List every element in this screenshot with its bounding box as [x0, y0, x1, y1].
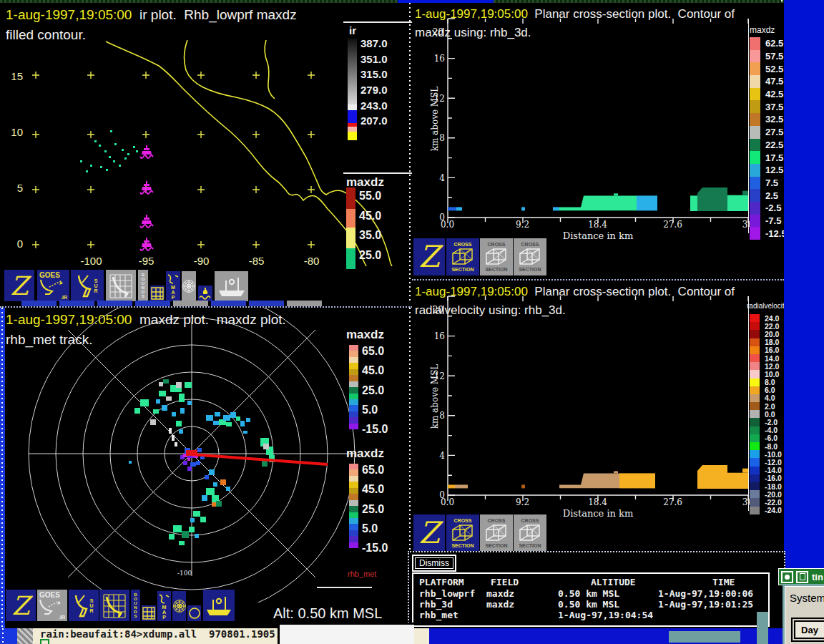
- radar-dish-icon: [77, 272, 94, 299]
- polar-grid-button[interactable]: [172, 591, 186, 621]
- terminal-border: [0, 628, 17, 644]
- y-axis-label: km above MSL: [430, 72, 440, 165]
- bounds-button[interactable]: BOUNDS: [131, 590, 140, 621]
- zebra-button[interactable]: Z: [6, 590, 36, 621]
- hidden-window-tab[interactable]: [287, 301, 322, 306]
- zebra-z-icon: Z: [6, 271, 33, 300]
- radar-colorbar1: [349, 345, 358, 429]
- circle-button[interactable]: [187, 605, 201, 621]
- colorbar-left-border: [748, 296, 749, 511]
- panel-right-border: [409, 3, 411, 302]
- cross-section-button-active[interactable]: CROSSSECTION: [446, 514, 479, 552]
- grid-radar-button[interactable]: [106, 270, 136, 301]
- sur-radar-button[interactable]: SUR: [71, 270, 104, 301]
- zebra-button[interactable]: Z: [413, 514, 445, 552]
- panel-xsec-maxdz: 1-aug-1997,19:05:00 Planar cross-section…: [412, 3, 784, 278]
- ship-button[interactable]: [215, 271, 248, 301]
- satellite-echoes: [80, 130, 138, 172]
- day-button[interactable]: Day: [794, 620, 824, 639]
- rhb-met-track-line: [192, 454, 328, 464]
- buoy-button[interactable]: [198, 286, 212, 301]
- scale-line: [317, 587, 372, 588]
- taskbar-segment: [757, 612, 768, 630]
- buoy-icon: [198, 286, 212, 301]
- system-window: System Day: [783, 584, 824, 644]
- taskbar-segment[interactable]: [757, 628, 768, 644]
- map-button[interactable]: MAP: [166, 271, 180, 301]
- xtick-labels: 0.09.218.427.636: [412, 497, 784, 507]
- goes-ir-button[interactable]: GOES .IR: [37, 270, 69, 301]
- goes-ir-button[interactable]: GOES .IR: [37, 590, 67, 621]
- app-root: 1-aug-1997,19:05:00 ir plot. Rhb_lowprf …: [0, 0, 824, 644]
- radar-echoes: [129, 379, 275, 545]
- cross-section-button[interactable]: CROSSSECTION: [514, 514, 546, 552]
- svg-text:Z: Z: [10, 271, 31, 300]
- lat-labels: 151050: [6, 70, 23, 293]
- hidden-window-tab[interactable]: [135, 301, 170, 306]
- xsec-toolbar: Z CROSSSECTION CROSSSECTION CROSSSECTION: [413, 238, 556, 275]
- hidden-window-tab[interactable]: [59, 301, 94, 306]
- window-menu-icon[interactable]: [781, 571, 793, 583]
- hidden-window-tab[interactable]: [211, 301, 246, 306]
- colorbar-divider2: [343, 172, 412, 174]
- altitude-readout: Alt: 0.50 km MSL: [273, 605, 382, 622]
- ytick-20: 20: [428, 305, 443, 315]
- panel-title: 1-aug-1997,19:05:00 ir plot. Rhb_lowprf …: [6, 7, 297, 23]
- zebra-z-icon: Z: [415, 240, 443, 274]
- small-grid-button[interactable]: [142, 605, 156, 621]
- satellite-dish-icon: [39, 599, 66, 615]
- terminal-cursor: [40, 639, 49, 644]
- zebra-button[interactable]: Z: [4, 270, 34, 301]
- tin-titlebar[interactable]: tin: [778, 568, 824, 585]
- cross-section-button-active[interactable]: CROSSSECTION: [446, 238, 479, 275]
- satellite-dish-icon: [39, 279, 68, 295]
- info-table: PLATFORMFIELDALTITUDETIME rhb_lowprfmaxd…: [412, 572, 770, 627]
- small-grid-button[interactable]: [150, 286, 165, 301]
- svg-text:Z: Z: [418, 516, 443, 550]
- table-row: rhb_lowprfmaxdz0.50 km MSL1-Aug-97,19:00…: [419, 588, 780, 599]
- radar-colorbar2: [349, 464, 358, 548]
- radar-colorbar2-label: maxdz: [346, 447, 384, 461]
- cross-section-button[interactable]: CROSSSECTION: [480, 514, 513, 552]
- background-window-edge: [278, 623, 414, 644]
- hidden-window-tab[interactable]: [173, 301, 208, 306]
- window-doc-icon[interactable]: [796, 571, 808, 583]
- dismiss-button[interactable]: Dismiss: [412, 555, 456, 572]
- circle-icon: [188, 607, 201, 620]
- zebra-button[interactable]: Z: [413, 238, 445, 275]
- colorbar-label: maxdz: [750, 25, 775, 35]
- cube-icon: [518, 523, 542, 543]
- right-blue-bar: [784, 0, 824, 644]
- panel-ir-map: 1-aug-1997,19:05:00 ir plot. Rhb_lowprf …: [0, 3, 412, 302]
- panel-info: Dismiss PLATFORMFIELDALTITUDETIME rhb_lo…: [408, 551, 785, 631]
- terminal-scrollbar[interactable]: [17, 628, 33, 644]
- panel-radar: 1-aug-1997,19:05:00 maxdz plot. maxdz pl…: [0, 306, 412, 631]
- range-scale-label: -100: [177, 570, 192, 577]
- hidden-window-tab[interactable]: [97, 301, 132, 306]
- bottom-taskbar: [429, 628, 824, 644]
- hidden-window-tab[interactable]: [21, 301, 57, 306]
- maxdz-contour-blobs: [448, 187, 748, 211]
- zebra-z-icon: Z: [7, 591, 34, 620]
- grid-radar-button[interactable]: [99, 590, 129, 621]
- cube-icon: [518, 247, 542, 267]
- table-row: rhb_met1-Aug-97,19:04:54: [419, 610, 780, 620]
- taskbar-segment[interactable]: [669, 631, 740, 643]
- maxdz-colorbar: [346, 187, 355, 269]
- panel-title-line2: filled contour.: [6, 27, 86, 43]
- ir-colorbar-label: ir: [349, 24, 356, 36]
- system-window-label: System: [790, 592, 824, 604]
- sur-radar-button[interactable]: SUR: [69, 590, 99, 621]
- colorbar-divider: [343, 21, 412, 23]
- radar-colorbar1-values: 65.045.025.05.0-15.0: [362, 345, 388, 442]
- polar-grid-button[interactable]: [182, 271, 196, 301]
- ship-button[interactable]: [203, 590, 235, 621]
- hidden-window-tab[interactable]: [249, 301, 284, 306]
- panel-title: 1-aug-1997,19:05:00 maxdz plot. maxdz pl…: [6, 312, 286, 328]
- cross-section-button[interactable]: CROSSSECTION: [480, 238, 513, 275]
- colorbar-label: radialvelocity: [747, 302, 784, 310]
- map-button[interactable]: MAP: [157, 591, 171, 621]
- bounds-button[interactable]: BOUNDS: [138, 270, 148, 301]
- cross-section-button[interactable]: CROSSSECTION: [514, 238, 546, 275]
- zebra-z-icon: Z: [415, 516, 443, 550]
